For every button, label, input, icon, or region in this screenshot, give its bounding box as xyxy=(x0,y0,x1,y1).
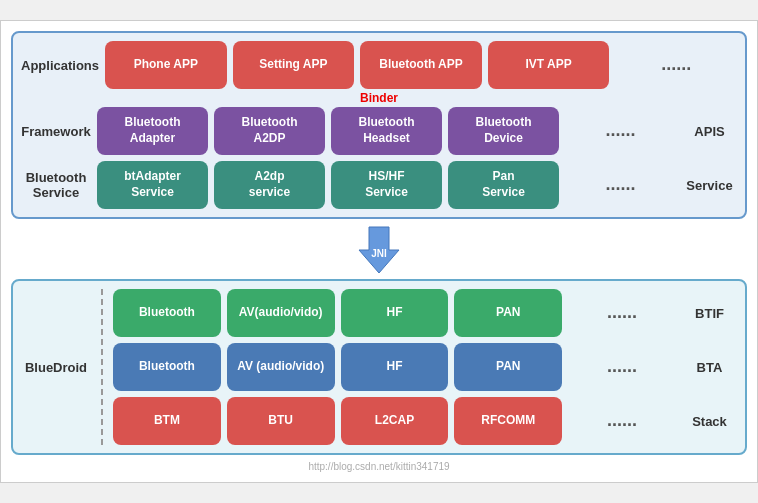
bta-bluetooth-cell: Bluetooth xyxy=(113,343,221,391)
bluedroid-label: BlueDroid xyxy=(21,289,91,445)
applications-cells: Phone APP Setting APP Bluetooth APP IVT … xyxy=(105,41,737,89)
bt-device-cell: BluetoothDevice xyxy=(448,107,559,155)
btif-row: Bluetooth AV(audio/vido) HF PAN ...... B… xyxy=(113,289,737,337)
hshf-service-cell: HS/HFService xyxy=(331,161,442,209)
btm-cell: BTM xyxy=(113,397,221,445)
svg-text:JNI: JNI xyxy=(371,248,387,259)
bt-a2dp-cell: BluetoothA2DP xyxy=(214,107,325,155)
service-row: BluetoothService btAdapterService A2dpse… xyxy=(21,161,737,209)
btadapter-service-cell: btAdapterService xyxy=(97,161,208,209)
apps-dots-cell: ...... xyxy=(615,41,737,89)
jni-arrow-icon: JNI xyxy=(344,225,414,275)
bottom-section: BlueDroid Bluetooth AV(audio/vido) HF PA… xyxy=(11,279,747,455)
bt-headset-cell: BluetoothHeadset xyxy=(331,107,442,155)
bottom-inner: Bluetooth AV(audio/vido) HF PAN ...... B… xyxy=(113,289,737,445)
framework-dots-cell: ...... xyxy=(565,107,676,155)
framework-row: Framework BluetoothAdapter BluetoothA2DP… xyxy=(21,107,737,155)
setting-app-cell: Setting APP xyxy=(233,41,355,89)
stack-dots-cell: ...... xyxy=(568,397,676,445)
top-section: Applications Phone APP Setting APP Bluet… xyxy=(11,31,747,219)
btif-label: BTIF xyxy=(682,306,737,321)
bluetooth-architecture-diagram: Applications Phone APP Setting APP Bluet… xyxy=(0,20,758,483)
applications-label: Applications xyxy=(21,58,99,73)
bta-cells: Bluetooth AV (audio/vido) HF PAN ...... xyxy=(113,343,676,391)
stack-label: Stack xyxy=(682,414,737,429)
stack-cells: BTM BTU L2CAP RFCOMM ...... xyxy=(113,397,676,445)
a2dp-service-cell: A2dpservice xyxy=(214,161,325,209)
bta-row: Bluetooth AV (audio/vido) HF PAN ...... … xyxy=(113,343,737,391)
btif-av-cell: AV(audio/vido) xyxy=(227,289,335,337)
bluetooth-service-label: BluetoothService xyxy=(21,170,91,200)
rfcomm-cell: RFCOMM xyxy=(454,397,562,445)
bta-dots-cell: ...... xyxy=(568,343,676,391)
btif-cells: Bluetooth AV(audio/vido) HF PAN ...... xyxy=(113,289,676,337)
btif-dots-cell: ...... xyxy=(568,289,676,337)
btif-bluetooth-cell: Bluetooth xyxy=(113,289,221,337)
l2cap-cell: L2CAP xyxy=(341,397,449,445)
service-cells: btAdapterService A2dpservice HS/HFServic… xyxy=(97,161,676,209)
bta-label: BTA xyxy=(682,360,737,375)
applications-row: Applications Phone APP Setting APP Bluet… xyxy=(21,41,737,89)
bt-adapter-cell: BluetoothAdapter xyxy=(97,107,208,155)
service-dots-cell: ...... xyxy=(565,161,676,209)
btif-hf-cell: HF xyxy=(341,289,449,337)
btu-cell: BTU xyxy=(227,397,335,445)
btif-pan-cell: PAN xyxy=(454,289,562,337)
bta-hf-cell: HF xyxy=(341,343,449,391)
ivt-app-cell: IVT APP xyxy=(488,41,610,89)
apis-label: APIS xyxy=(682,124,737,139)
binder-label: Binder xyxy=(21,91,737,105)
phone-app-cell: Phone APP xyxy=(105,41,227,89)
bta-pan-cell: PAN xyxy=(454,343,562,391)
pan-service-cell: PanService xyxy=(448,161,559,209)
service-right-label: Service xyxy=(682,178,737,193)
bta-av-cell: AV (audio/vido) xyxy=(227,343,335,391)
bluetooth-app-cell: Bluetooth APP xyxy=(360,41,482,89)
stack-row: BTM BTU L2CAP RFCOMM ...... Stack xyxy=(113,397,737,445)
framework-cells: BluetoothAdapter BluetoothA2DP Bluetooth… xyxy=(97,107,676,155)
jni-section: JNI xyxy=(11,225,747,275)
framework-label: Framework xyxy=(21,124,91,139)
watermark: http://blog.csdn.net/kittin341719 xyxy=(11,461,747,472)
